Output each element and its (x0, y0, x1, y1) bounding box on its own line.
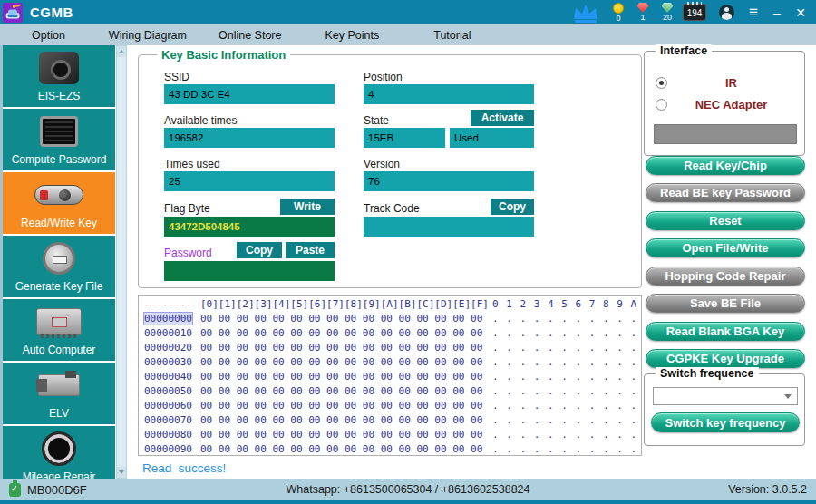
hex-ascii: . . . . . . . . . . . . (492, 442, 641, 456)
hex-bytes[interactable]: 00 00 00 00 00 00 00 00 00 00 00 00 00 0… (200, 413, 492, 428)
user-avatar-icon[interactable] (719, 5, 734, 20)
frequency-select[interactable] (653, 387, 798, 405)
ecu-module-icon (3, 299, 115, 344)
ssid-field[interactable]: 43 DD 3C E4 (164, 84, 335, 104)
hamburger-menu-icon[interactable]: ≡ (742, 4, 765, 22)
close-button[interactable]: ✕ (789, 5, 812, 20)
coin-counter: 0 (607, 3, 629, 23)
hex-row[interactable]: 00000060 00 00 00 00 00 00 00 00 00 00 0… (144, 399, 641, 413)
state-status-field[interactable]: Used (450, 128, 534, 148)
password-field[interactable] (164, 261, 335, 281)
times-used-label: Times used (164, 158, 220, 170)
sidebar-item-eis-ezs[interactable]: EIS-EZS (3, 45, 115, 107)
app-logo-icon (3, 3, 23, 23)
flag-byte-field[interactable]: 43472D504845 (164, 217, 335, 237)
hex-address[interactable]: 00000020 (144, 341, 200, 355)
read-key-chip-button[interactable]: Read Key/Chip (646, 156, 805, 175)
position-field[interactable]: 4 (364, 84, 534, 104)
hex-row[interactable]: 00000020 00 00 00 00 00 00 00 00 00 00 0… (144, 341, 641, 355)
hex-bytes[interactable]: 00 00 00 00 00 00 00 00 00 00 00 00 00 0… (200, 355, 492, 370)
hex-row[interactable]: 00000000 00 00 00 00 00 00 00 00 00 00 0… (144, 312, 641, 326)
open-file-write-button[interactable]: Open File/Write (646, 238, 805, 257)
radio-selected-icon[interactable] (656, 77, 667, 89)
hex-dump-panel[interactable]: -------- [0][1][2][3][4][5][6][7][8][9][… (138, 295, 642, 456)
scroll-down-icon[interactable] (117, 467, 126, 478)
hex-bytes[interactable]: 00 00 00 00 00 00 00 00 00 00 00 00 00 0… (200, 442, 492, 456)
hex-address[interactable]: 00000090 (144, 442, 200, 456)
sidebar-item-elv[interactable]: ELV (3, 363, 115, 424)
password-paste-button[interactable]: Paste (286, 242, 335, 258)
hex-address[interactable]: 00000010 (144, 326, 200, 341)
read-blank-bga-key-button[interactable]: Read Blank BGA Key (646, 322, 805, 341)
hex-bytes[interactable]: 00 00 00 00 00 00 00 00 00 00 00 00 00 0… (200, 399, 492, 413)
switch-key-frequency-button[interactable]: Switch key frequency (651, 412, 800, 432)
password-copy-button[interactable]: Copy (237, 242, 282, 258)
minimize-button[interactable]: – (765, 5, 789, 20)
password-label: Password (164, 247, 212, 259)
hex-ascii: . . . . . . . . . . . . (492, 428, 641, 442)
save-be-file-button[interactable]: Save BE File (646, 294, 805, 313)
activate-button[interactable]: Activate (471, 110, 534, 126)
times-used-field[interactable]: 25 (164, 171, 335, 191)
hex-row[interactable]: 00000050 00 00 00 00 00 00 00 00 00 00 0… (144, 384, 641, 399)
scroll-up-icon[interactable] (117, 46, 126, 57)
menu-wiring-diagram[interactable]: Wiring Diagram (109, 29, 187, 42)
hex-bytes[interactable]: 00 00 00 00 00 00 00 00 00 00 00 00 00 0… (200, 428, 492, 442)
sidebar-item-compute-password[interactable]: Compute Password (3, 109, 115, 170)
main-area: Key Basic Information SSID 43 DD 3C E4 P… (127, 45, 816, 479)
interface-option-ir[interactable]: IR (656, 75, 795, 90)
sidebar-item-read-write-key[interactable]: Read/Write Key (3, 172, 115, 234)
red-gem-counter: 1 (632, 3, 654, 22)
interface-option-nec-adapter[interactable]: NEC Adapter (656, 97, 795, 111)
version-field[interactable]: 76 (364, 171, 534, 191)
hex-row[interactable]: 00000030 00 00 00 00 00 00 00 00 00 00 0… (144, 355, 641, 370)
hex-row[interactable]: 00000010 00 00 00 00 00 00 00 00 00 00 0… (144, 326, 641, 341)
hex-address[interactable]: 00000040 (144, 370, 200, 384)
green-gem-count: 20 (663, 14, 672, 22)
hex-address[interactable]: 00000000 (144, 312, 200, 326)
radio-unselected-icon[interactable] (656, 99, 667, 111)
flag-byte-write-button[interactable]: Write (280, 199, 335, 215)
sidebar-item-generate-key-file[interactable]: Generate Key File (3, 236, 115, 297)
hex-ascii: . . . . . . . . . . . . (492, 355, 641, 370)
hopping-code-repair-button[interactable]: Hopping Code Repair (646, 267, 805, 286)
hex-row[interactable]: 00000080 00 00 00 00 00 00 00 00 00 00 0… (144, 428, 641, 442)
speedometer-icon (3, 426, 115, 470)
track-code-copy-button[interactable]: Copy (491, 199, 534, 215)
hex-address[interactable]: 00000070 (144, 413, 200, 428)
hex-row[interactable]: 00000090 00 00 00 00 00 00 00 00 00 00 0… (144, 442, 641, 456)
state-field[interactable]: 15EB (364, 128, 445, 148)
version-label: Version (364, 158, 400, 170)
hex-ascii: . . . . . . . . . . . . (492, 384, 641, 399)
hex-ascii: . . . . . . . . . . . . (492, 312, 641, 326)
key-basic-information-title: Key Basic Information (157, 48, 290, 62)
available-times-field[interactable]: 196582 (164, 128, 335, 148)
hex-row[interactable]: 00000070 00 00 00 00 00 00 00 00 00 00 0… (144, 413, 641, 428)
menu-option[interactable]: Option (32, 29, 65, 42)
hex-bytes[interactable]: 00 00 00 00 00 00 00 00 00 00 00 00 00 0… (200, 326, 492, 341)
sidebar-item-auto-computer[interactable]: Auto Computer (3, 299, 115, 361)
sidebar-item-mileage-repair[interactable]: Mileage Repair (3, 426, 115, 479)
hex-row[interactable]: 00000040 00 00 00 00 00 00 00 00 00 00 0… (144, 370, 641, 384)
crown-icon[interactable] (571, 2, 600, 24)
read-be-key-password-button[interactable]: Read BE key Password (646, 183, 805, 202)
track-code-field[interactable] (364, 217, 534, 237)
hex-bytes[interactable]: 00 00 00 00 00 00 00 00 00 00 00 00 00 0… (200, 384, 492, 399)
reset-button[interactable]: Reset (646, 211, 805, 230)
menu-online-store[interactable]: Online Store (219, 29, 281, 42)
green-gem-icon (662, 3, 674, 13)
hex-bytes[interactable]: 00 00 00 00 00 00 00 00 00 00 00 00 00 0… (200, 312, 492, 326)
hex-address[interactable]: 00000060 (144, 399, 200, 413)
sidebar-item-label: Generate Key File (15, 280, 103, 293)
menu-tutorial[interactable]: Tutorial (433, 29, 471, 42)
hex-bytes[interactable]: 00 00 00 00 00 00 00 00 00 00 00 00 00 0… (200, 341, 492, 355)
menu-key-points[interactable]: Key Points (325, 29, 379, 42)
hex-address[interactable]: 00000030 (144, 355, 200, 370)
sidebar-scrollbar[interactable] (116, 45, 127, 479)
hex-address[interactable]: 00000050 (144, 384, 200, 399)
hex-address[interactable]: 00000080 (144, 428, 200, 442)
track-code-label: Track Code (364, 202, 420, 215)
hex-bytes[interactable]: 00 00 00 00 00 00 00 00 00 00 00 00 00 0… (200, 370, 492, 384)
sidebar-item-label: Compute Password (12, 153, 107, 166)
cgpke-key-upgrade-button[interactable]: CGPKE Key Upgrade (646, 349, 805, 368)
